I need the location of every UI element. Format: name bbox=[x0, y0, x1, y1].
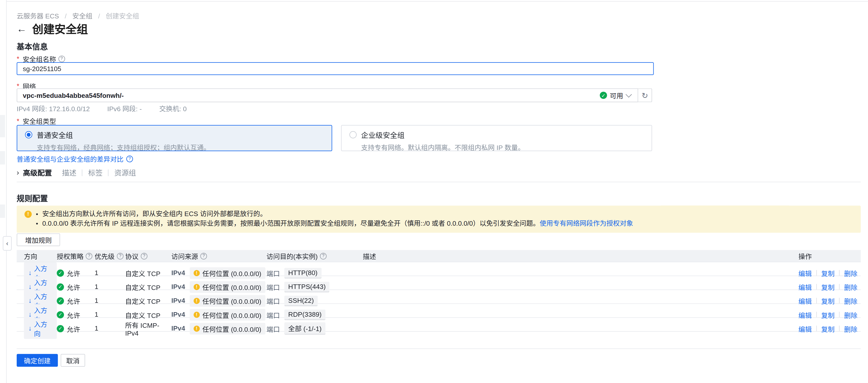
vpc-cidr-link[interactable]: 使用专有网络网段作为授权对象 bbox=[539, 220, 633, 228]
edit-link[interactable]: 编辑 bbox=[798, 282, 812, 291]
source-ip-version: IPv4 bbox=[172, 311, 185, 318]
radio-unselected-icon[interactable] bbox=[349, 131, 357, 138]
table-row: ↓入方向 ✓允许 1 自定义 TCP IPv4 !任何位置 (0.0.0.0/0… bbox=[17, 290, 861, 304]
advanced-config-toggle[interactable]: 高级配置 bbox=[23, 167, 52, 178]
delete-link[interactable]: 删除 bbox=[844, 296, 858, 305]
chevron-right-icon: › bbox=[17, 168, 19, 177]
help-icon[interactable]: ? bbox=[58, 55, 65, 62]
tab-resource-group[interactable]: 资源组 bbox=[114, 167, 136, 178]
protocol-cell: 自定义 TCP bbox=[125, 268, 172, 277]
breadcrumb-separator: / bbox=[98, 12, 100, 20]
allow-check-icon: ✓ bbox=[57, 325, 64, 332]
direction-chip[interactable]: ↓入方向 bbox=[24, 318, 57, 339]
sg-name-input[interactable] bbox=[17, 62, 654, 75]
priority-cell: 1 bbox=[95, 324, 125, 332]
copy-link[interactable]: 复制 bbox=[821, 296, 835, 305]
policy-cell: ✓允许 bbox=[57, 282, 95, 291]
arrow-down-icon: ↓ bbox=[28, 297, 32, 305]
col-priority: 优先级? bbox=[95, 251, 125, 260]
compare-link-row: 普通安全组与企业安全组的差异对比 ? bbox=[17, 154, 133, 163]
radio-selected-icon[interactable] bbox=[25, 131, 32, 138]
source-ip-version: IPv4 bbox=[172, 324, 185, 332]
edit-link[interactable]: 编辑 bbox=[798, 296, 812, 305]
table-row: ↓入方向 ✓允许 1 自定义 TCP IPv4 !任何位置 (0.0.0.0/0… bbox=[17, 262, 861, 276]
col-protocol: 协议? bbox=[125, 251, 172, 260]
refresh-button[interactable]: ↻ bbox=[638, 88, 652, 102]
source-ip-version: IPv4 bbox=[172, 283, 185, 291]
source-chip[interactable]: !任何位置 (0.0.0.0/0) bbox=[190, 309, 265, 320]
section-divider bbox=[17, 182, 861, 182]
source-chip[interactable]: !任何位置 (0.0.0.0/0) bbox=[190, 281, 265, 292]
dest-port-label: 端口 bbox=[267, 310, 280, 319]
help-icon[interactable]: ? bbox=[141, 253, 148, 259]
table-row: ↓入方向 ✓允许 1 自定义 TCP IPv4 !任何位置 (0.0.0.0/0… bbox=[17, 276, 861, 290]
dest-port-chip[interactable]: SSH(22) bbox=[284, 295, 318, 306]
copy-link[interactable]: 复制 bbox=[821, 310, 835, 319]
actions-cell: 编辑 复制 删除 bbox=[798, 268, 861, 277]
delete-link[interactable]: 删除 bbox=[844, 268, 858, 277]
footer-divider bbox=[17, 348, 861, 349]
option-title: 企业级安全组 bbox=[361, 129, 404, 140]
dest-port-chip[interactable]: HTTP(80) bbox=[284, 268, 321, 278]
protocol-cell: 自定义 TCP bbox=[125, 282, 172, 291]
actions-cell: 编辑 复制 删除 bbox=[798, 324, 861, 333]
warning-icon: ! bbox=[193, 284, 199, 290]
source-chip[interactable]: !任何位置 (0.0.0.0/0) bbox=[190, 295, 265, 306]
dest-port-chip[interactable]: HTTPS(443) bbox=[284, 281, 330, 292]
compare-link[interactable]: 普通安全组与企业安全组的差异对比 bbox=[17, 154, 123, 163]
source-cell: IPv4 !任何位置 (0.0.0.0/0) bbox=[172, 322, 267, 334]
copy-link[interactable]: 复制 bbox=[821, 324, 835, 333]
collapsed-side-panel bbox=[0, 0, 6, 383]
delete-link[interactable]: 删除 bbox=[844, 324, 858, 333]
allow-check-icon: ✓ bbox=[57, 283, 64, 290]
source-chip[interactable]: !任何位置 (0.0.0.0/0) bbox=[190, 322, 265, 334]
vpc-select[interactable]: vpc-m5eduab4abbea545fonwh/- ✓ 可用 bbox=[17, 88, 638, 102]
sg-type-option-basic[interactable]: 普通安全组 支持专有网络，经典网络；支持组组授权；组内默认互通。 bbox=[17, 125, 332, 151]
ipv6-cidr-value: - bbox=[140, 105, 142, 113]
help-icon[interactable]: ? bbox=[200, 253, 207, 259]
delete-link[interactable]: 删除 bbox=[844, 310, 858, 319]
panel-collapse-handle[interactable]: ‹ bbox=[3, 236, 11, 251]
copy-link[interactable]: 复制 bbox=[821, 282, 835, 291]
copy-link[interactable]: 复制 bbox=[821, 268, 835, 277]
help-icon[interactable]: ? bbox=[117, 253, 123, 259]
confirm-create-button[interactable]: 确定创建 bbox=[17, 354, 58, 367]
edit-link[interactable]: 编辑 bbox=[798, 324, 812, 333]
back-arrow-icon[interactable]: ← bbox=[17, 24, 27, 34]
add-rule-button[interactable]: 增加规则 bbox=[17, 234, 60, 246]
help-icon[interactable]: ? bbox=[86, 253, 92, 259]
breadcrumb-ecs[interactable]: 云服务器 ECS bbox=[17, 12, 59, 20]
delete-link[interactable]: 删除 bbox=[844, 282, 858, 291]
policy-cell: ✓允许 bbox=[57, 268, 95, 277]
protocol-cell: 自定义 TCP bbox=[125, 296, 172, 305]
warning-icon: ! bbox=[193, 325, 199, 331]
create-security-group-page: ‹ 云服务器 ECS / 安全组 / 创建安全组 ← 创建安全组 基本信息 * … bbox=[0, 0, 868, 383]
breadcrumb-security-groups[interactable]: 安全组 bbox=[72, 12, 92, 20]
dest-port-chip[interactable]: 全部 (-1/-1) bbox=[284, 322, 326, 334]
table-row: ↓入方向 ✓允许 1 自定义 TCP IPv4 !任何位置 (0.0.0.0/0… bbox=[17, 304, 861, 318]
priority-cell: 1 bbox=[95, 311, 125, 318]
chevron-left-icon: ‹ bbox=[6, 240, 8, 247]
dest-port-chip[interactable]: RDP(3389) bbox=[284, 309, 326, 320]
action-divider bbox=[839, 325, 839, 331]
table-row: ↓入方向 ✓允许 1 所有 ICMP-IPv4 IPv4 !任何位置 (0.0.… bbox=[17, 318, 861, 332]
tab-tags[interactable]: 标签 bbox=[88, 167, 102, 178]
actions-cell: 编辑 复制 删除 bbox=[798, 282, 861, 291]
edit-link[interactable]: 编辑 bbox=[798, 268, 812, 277]
cancel-button[interactable]: 取消 bbox=[61, 354, 85, 367]
policy-cell: ✓允许 bbox=[57, 324, 95, 333]
allow-check-icon: ✓ bbox=[57, 269, 64, 277]
edit-link[interactable]: 编辑 bbox=[798, 310, 812, 319]
breadcrumb-separator: / bbox=[65, 12, 66, 20]
refresh-icon: ↻ bbox=[642, 91, 648, 100]
help-icon[interactable]: ? bbox=[320, 253, 327, 259]
tab-description[interactable]: 描述 bbox=[62, 167, 76, 178]
source-chip[interactable]: !任何位置 (0.0.0.0/0) bbox=[190, 267, 265, 279]
action-divider bbox=[816, 284, 817, 289]
breadcrumb: 云服务器 ECS / 安全组 / 创建安全组 bbox=[17, 10, 139, 20]
protocol-cell: 所有 ICMP-IPv4 bbox=[125, 320, 172, 337]
dest-port-label: 端口 bbox=[267, 268, 280, 277]
arrow-down-icon: ↓ bbox=[28, 283, 32, 291]
sg-type-option-enterprise[interactable]: 企业级安全组 支持专有网络。默认组内隔离。不限组内私网 IP 数量。 bbox=[341, 125, 652, 151]
help-icon[interactable]: ? bbox=[126, 155, 133, 162]
